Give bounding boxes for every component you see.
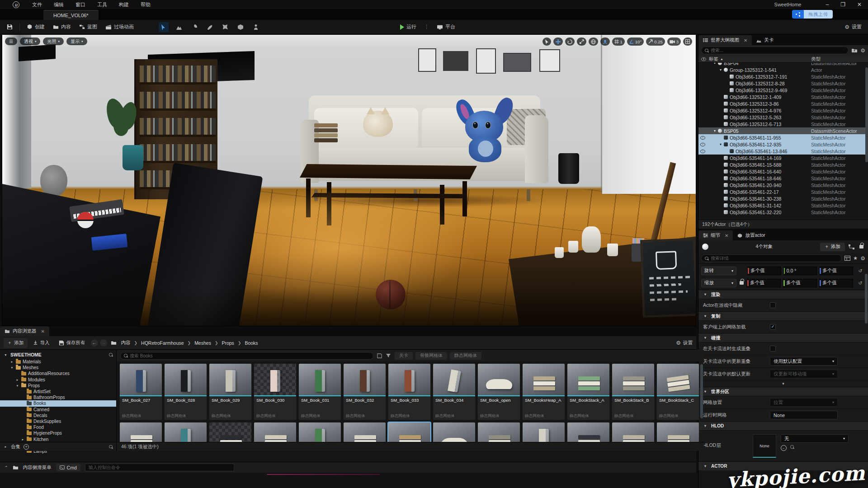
outliner-row[interactable]: Obj3d66-535461-16-640StaticMeshActor: [698, 168, 868, 175]
rotate-tool[interactable]: [565, 38, 575, 46]
cb-import-button[interactable]: 导入: [29, 338, 53, 348]
outliner-row[interactable]: ▾BSP05DatasmithSceneActor: [698, 127, 868, 134]
scale-z-field[interactable]: 多个值: [819, 279, 853, 287]
asset-card-SM_BookStack_B[interactable]: SM_BookStack_B静态网格体: [612, 363, 655, 420]
outliner-settings-icon[interactable]: ⚙: [860, 47, 865, 54]
asset-card-row2-5[interactable]: [343, 422, 386, 442]
asset-card-row2-7[interactable]: [433, 422, 476, 442]
collision-expander[interactable]: ▾: [698, 380, 868, 387]
hlod-thumbnail[interactable]: None: [753, 434, 776, 458]
asset-card-SM_Book_030[interactable]: SM_Book_030静态网格体: [254, 363, 297, 420]
outliner-scrollbar[interactable]: [865, 67, 868, 162]
asset-search[interactable]: [120, 352, 373, 360]
surface-snap-toggle[interactable]: [600, 38, 610, 46]
asset-card-SM_BookStack_C[interactable]: SM_BookStack_C静态网格体: [656, 363, 699, 420]
cmd-button[interactable]: Cmd: [56, 464, 80, 471]
netdisk-upload-badge[interactable]: 拖拽上传: [792, 10, 833, 19]
animation-mode[interactable]: [251, 22, 261, 32]
tree-search-icon[interactable]: [109, 353, 113, 357]
menu-item-2[interactable]: 窗口: [75, 1, 85, 8]
outliner-row[interactable]: Obj3d66-535461-18-646StaticMeshActor: [698, 175, 868, 182]
scale-tool[interactable]: [577, 38, 586, 46]
grid-snap-toggle[interactable]: 1: [612, 38, 625, 46]
forward-button[interactable]: →: [100, 339, 107, 347]
use-selected-icon[interactable]: ←: [781, 445, 787, 451]
asset-card-SM_Book_034[interactable]: SM_Book_034静态网格体: [433, 363, 476, 420]
outliner-row[interactable]: Obj3d66-535461-11-955StaticMeshActor: [698, 134, 868, 141]
folder-item-meshes[interactable]: ▾Meshes: [0, 365, 116, 371]
cb-save-all-button[interactable]: 保存所有: [55, 338, 89, 348]
filter-chip-0[interactable]: 关卡: [395, 352, 413, 360]
asset-card-SM_Book_029[interactable]: SM_Book_029静态网格体: [209, 363, 252, 420]
add-component-button[interactable]: ＋ 添加: [820, 243, 845, 251]
menu-item-0[interactable]: 文件: [32, 1, 42, 8]
scale-x-field[interactable]: 多个值: [747, 279, 781, 287]
generate-overlap-checkbox[interactable]: [770, 346, 776, 352]
folder-item-additionalresources[interactable]: AdditionalResources: [0, 371, 116, 376]
outliner-row[interactable]: Obj3d66-1325312-9-469StaticMeshActor: [698, 87, 868, 94]
modeling-mode[interactable]: [236, 22, 245, 32]
close-tab-icon[interactable]: ✕: [725, 233, 728, 238]
rotation-x-field[interactable]: 多个值: [747, 267, 781, 275]
outliner-row[interactable]: Obj3d66-1325312-6-713StaticMeshActor: [698, 121, 868, 127]
world-space-toggle[interactable]: [589, 38, 598, 46]
section-world-partition[interactable]: ▾世界分区: [698, 387, 868, 396]
net-load-checkbox[interactable]: [770, 324, 776, 330]
folder-item-materials[interactable]: ▸Materials: [0, 359, 116, 365]
outliner-column-header[interactable]: 标签▲ 类型: [698, 56, 868, 63]
asset-card-row2-0[interactable]: [119, 422, 162, 442]
outliner-row[interactable]: ▾BSP04DatasmithSceneActor: [698, 63, 868, 66]
camera-speed[interactable]: 3: [667, 38, 681, 46]
outliner-row[interactable]: Obj3d66-535461-32-220StaticMeshActor: [698, 209, 868, 216]
outliner-row[interactable]: Obj3d66-1325312-4-976StaticMeshActor: [698, 107, 868, 114]
folder-item-modules[interactable]: ▸Modules: [0, 377, 116, 383]
lock-icon[interactable]: [859, 245, 863, 249]
display-filter-icon[interactable]: [844, 256, 850, 261]
folder-item-desksupplies[interactable]: DeskSupplies: [0, 418, 116, 424]
asset-scrollbar[interactable]: [700, 364, 703, 418]
outliner-row[interactable]: Obj3d66-1325312-8-28StaticMeshActor: [698, 80, 868, 87]
landscape-mode[interactable]: [174, 22, 184, 32]
outliner-row[interactable]: Obj3d66-535461-30-238StaticMeshActor: [698, 195, 868, 202]
hlod-dropdown[interactable]: 无▾: [781, 434, 849, 443]
add-collection-icon[interactable]: ＋: [24, 444, 29, 450]
rotation-snap-toggle[interactable]: 10°: [627, 38, 644, 46]
outliner-row[interactable]: Obj3d66-1325312-3-86StaticMeshActor: [698, 100, 868, 107]
outliner-row[interactable]: Obj3d66-1325312-5-263StaticMeshActor: [698, 114, 868, 121]
foliage-mode[interactable]: [189, 22, 199, 32]
back-button[interactable]: ←: [91, 339, 98, 347]
rotation-y-field[interactable]: 0.0 °: [783, 267, 817, 275]
details-settings-icon[interactable]: ⚙: [860, 255, 865, 262]
maximize-viewport[interactable]: [683, 38, 692, 46]
hidden-in-game-checkbox[interactable]: [770, 302, 776, 308]
play-button[interactable]: 运行: [396, 22, 420, 33]
folder-item-bathroomprops[interactable]: BathroomProps: [0, 394, 116, 400]
scale-snap-toggle[interactable]: 0.25: [646, 38, 665, 46]
outliner-row[interactable]: ▾Obj3d66-535461-12-935StaticMeshActor: [698, 141, 868, 148]
mesh-paint-mode[interactable]: [205, 22, 215, 32]
selection-mode[interactable]: [159, 22, 169, 32]
outliner-row[interactable]: Obj3d66-535461-14-169StaticMeshActor: [698, 155, 868, 161]
minimize-button[interactable]: –: [826, 1, 829, 8]
asset-card-row2-2[interactable]: [209, 422, 252, 442]
move-tool[interactable]: [553, 38, 563, 46]
console-input[interactable]: [85, 464, 234, 471]
menu-item-1[interactable]: 编辑: [54, 1, 64, 8]
asset-card-row2-1[interactable]: [164, 422, 207, 442]
reset-scale-icon[interactable]: ↺: [855, 280, 865, 286]
asset-card-row2-8[interactable]: [477, 422, 520, 442]
section-collision[interactable]: ▾碰撞: [698, 333, 868, 342]
breadcrumb-item-1[interactable]: HQRetroFarmhouse: [141, 340, 184, 346]
tab-levels[interactable]: 关卡: [752, 35, 778, 45]
cb-add-button[interactable]: ＋ 添加: [4, 338, 28, 348]
view-mode-selector[interactable]: 光照▾: [43, 38, 64, 45]
asset-card-SM_Book_open[interactable]: SM_Book_open静态网格体: [477, 363, 520, 420]
folder-item-kitchen[interactable]: ▸Kitchen: [0, 436, 116, 442]
select-tool[interactable]: [542, 38, 551, 46]
runtime-grid-field[interactable]: None: [770, 411, 838, 419]
rotation-z-field[interactable]: 多个值: [819, 267, 853, 275]
filter-icon[interactable]: [386, 353, 391, 358]
tab-world-outliner[interactable]: 世界大纲视图✕: [698, 35, 752, 45]
outliner-search[interactable]: [701, 47, 849, 54]
close-button[interactable]: ✕: [857, 1, 862, 8]
